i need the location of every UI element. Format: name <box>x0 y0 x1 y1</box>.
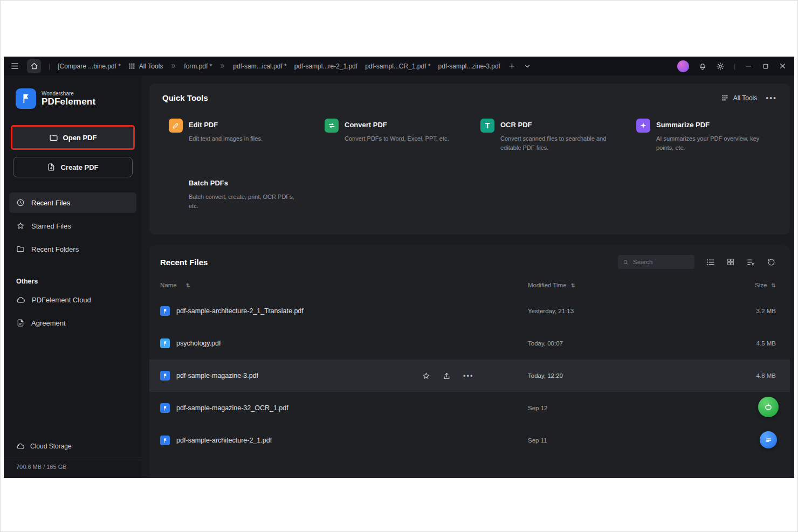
table-row-highlighted[interactable]: pdf-sample-magazine-3.pdf ••• <box>149 360 790 392</box>
document-icon <box>16 319 25 327</box>
list-view-icon[interactable] <box>706 258 715 267</box>
table-row[interactable]: psychology.pdf Today, 00:07 4.5 MB <box>149 327 790 360</box>
storage-usage: 700.6 MB / 165 GB <box>4 458 142 478</box>
tab-form-pdf[interactable]: form.pdf * <box>184 63 212 70</box>
sidebar-item-label: Recent Files <box>31 199 70 207</box>
folder-icon <box>49 133 58 142</box>
column-size[interactable]: Size <box>755 282 767 288</box>
table-header: Name ⇅ Modified Time ⇅ Size ⇅ <box>149 282 790 295</box>
titlebar-right-cluster: | <box>677 60 787 72</box>
hamburger-menu-icon[interactable] <box>10 61 19 71</box>
sidebar-item-recent-files[interactable]: Recent Files <box>9 192 136 213</box>
table-row[interactable]: pdf-sample-architecture-2_1_Translate.pd… <box>149 295 790 327</box>
screenshot-page: | [Compare ...bine.pdf * All Tools form.… <box>0 0 798 532</box>
file-modified: Today, 00:07 <box>528 340 700 347</box>
pdf-file-icon <box>160 403 170 413</box>
file-name: pdf-sample-architecture-2_1_Translate.pd… <box>176 307 304 315</box>
tab-pdf-sample-ocr-1[interactable]: pdf-sampl...CR_1.pdf * <box>365 63 430 70</box>
column-name[interactable]: Name <box>160 282 177 288</box>
quick-tools-panel: Quick Tools All Tools ••• <box>149 84 790 234</box>
titlebar: | [Compare ...bine.pdf * All Tools form.… <box>4 57 794 75</box>
tool-name: Batch PDFs <box>189 177 302 187</box>
sidebar-item-agreement[interactable]: Agreement <box>9 313 136 333</box>
tab-pdf-sample-zine-3[interactable]: pdf-sampl...zine-3.pdf <box>438 63 500 70</box>
more-options-icon[interactable]: ••• <box>766 94 777 102</box>
share-upload-icon[interactable] <box>443 372 451 380</box>
pdf-file-icon <box>160 436 170 445</box>
all-tools-label: All Tools <box>733 94 757 102</box>
sort-icon[interactable]: ⇅ <box>772 282 776 288</box>
tab-pdf-sample-ical[interactable]: pdf-sam...ical.pdf * <box>233 63 286 70</box>
file-modified: Today, 12:20 <box>528 372 700 379</box>
table-row[interactable]: pdf-sample-magazine-32_OCR_1.pdf Sep 12 … <box>149 392 790 424</box>
ocr-pdf-icon: T <box>480 119 494 133</box>
clear-list-icon[interactable] <box>746 258 755 267</box>
search-input[interactable] <box>633 259 690 265</box>
sort-icon[interactable]: ⇅ <box>571 282 575 288</box>
star-file-icon[interactable] <box>422 372 430 380</box>
chat-widget-badge[interactable] <box>760 431 777 448</box>
close-icon[interactable] <box>779 62 787 70</box>
table-row[interactable]: pdf-sample-architecture-2_1.pdf Sep 11 <box>149 424 790 457</box>
file-modified: Yesterday, 21:13 <box>528 308 700 314</box>
others-heading: Others <box>16 278 142 285</box>
maximize-icon[interactable] <box>762 63 769 70</box>
tool-edit-pdf[interactable]: Edit PDF Edit text and images in files. <box>169 119 303 152</box>
sidebar-item-label: Recent Folders <box>31 245 79 253</box>
titlebar-all-tools-label: All Tools <box>139 63 163 70</box>
tab-list-chevron-down-icon[interactable] <box>524 63 531 70</box>
sort-icon[interactable]: ⇅ <box>186 282 190 288</box>
tab-pdf-sample-re-2-1[interactable]: pdf-sampl...re-2_1.pdf <box>294 63 357 70</box>
tool-description: Batch convert, create, print, OCR PDFs, … <box>189 192 302 210</box>
file-size: 4.8 MB <box>700 372 776 379</box>
user-avatar[interactable] <box>677 60 689 72</box>
notifications-bell-icon[interactable] <box>698 62 707 71</box>
tool-description: Edit text and images in files. <box>189 134 263 143</box>
more-options-icon[interactable]: ••• <box>463 372 474 380</box>
grid-icon <box>128 63 135 70</box>
sidebar-others: PDFelement Cloud Agreement <box>4 289 142 333</box>
minimize-icon[interactable] <box>745 62 753 70</box>
grid-view-icon[interactable] <box>726 258 735 266</box>
sidebar-item-label: PDFelement Cloud <box>32 296 91 304</box>
titlebar-all-tools[interactable]: All Tools <box>128 63 163 70</box>
sidebar-item-pdfelement-cloud[interactable]: PDFelement Cloud <box>9 289 136 310</box>
star-icon <box>16 222 25 230</box>
pdfelement-window: | [Compare ...bine.pdf * All Tools form.… <box>4 57 794 478</box>
tab-overflow-chevron-icon[interactable] <box>219 63 225 69</box>
tool-batch-pdfs[interactable]: Batch PDFs Batch convert, create, print,… <box>169 177 303 210</box>
sidebar-item-recent-folders[interactable]: Recent Folders <box>9 239 136 259</box>
tab-compare-combine[interactable]: [Compare ...bine.pdf * <box>58 63 121 70</box>
quick-tools-all-tools[interactable]: All Tools <box>721 94 757 102</box>
titlebar-separator: | <box>49 63 50 70</box>
cloud-storage-item[interactable]: Cloud Storage <box>4 437 142 458</box>
pdfelement-logo-icon <box>16 88 36 109</box>
history-refresh-icon[interactable] <box>767 258 776 267</box>
ai-assistant-badge[interactable] <box>758 397 779 417</box>
brand: Wondershare PDFelement <box>4 75 142 109</box>
file-name: pdf-sample-magazine-32_OCR_1.pdf <box>176 404 288 412</box>
open-pdf-button[interactable]: Open PDF <box>12 127 133 148</box>
column-modified-time[interactable]: Modified Time <box>528 282 567 288</box>
tool-ocr-pdf[interactable]: T OCR PDF Convert scanned files to searc… <box>480 119 615 152</box>
tab-overflow-chevron-icon[interactable] <box>170 63 176 69</box>
new-tab-plus-icon[interactable] <box>508 62 516 70</box>
cloud-icon <box>16 295 25 305</box>
titlebar-separator: | <box>734 63 735 70</box>
tool-convert-pdf[interactable]: Convert PDF Convert PDFs to Word, Excel,… <box>325 119 459 152</box>
create-pdf-label: Create PDF <box>60 163 98 171</box>
sidebar-bottom: Cloud Storage 700.6 MB / 165 GB <box>4 437 142 478</box>
tool-summarize-pdf[interactable]: Summarize PDF AI summarizes your PDF ove… <box>636 119 771 152</box>
main-content: Quick Tools All Tools ••• <box>142 75 794 478</box>
file-name: pdf-sample-architecture-2_1.pdf <box>176 437 272 444</box>
home-icon[interactable] <box>27 59 41 73</box>
file-modified: Sep 12 <box>528 405 700 411</box>
tool-name: Convert PDF <box>345 119 449 129</box>
settings-gear-icon[interactable] <box>716 62 725 71</box>
sidebar: Wondershare PDFelement Open PDF Create P… <box>4 75 142 478</box>
cloud-storage-label: Cloud Storage <box>30 443 72 450</box>
brand-company: Wondershare <box>42 91 95 96</box>
create-pdf-button[interactable]: Create PDF <box>13 157 133 177</box>
sidebar-item-starred-files[interactable]: Starred Files <box>9 216 136 236</box>
tool-name: Edit PDF <box>189 119 263 129</box>
